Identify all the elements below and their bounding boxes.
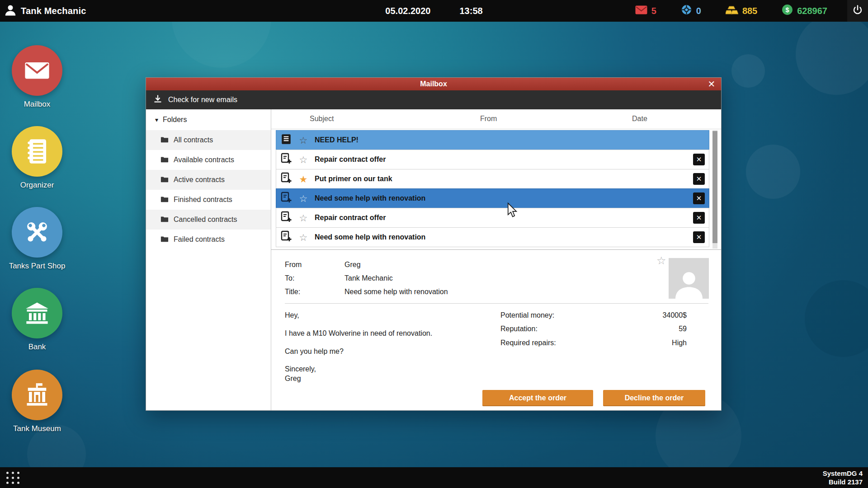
desktop-icon-bank[interactable]: Bank <box>7 288 67 352</box>
desktop-icon-label: Tank Museum <box>13 424 61 433</box>
email-row[interactable]: ☆ Repair contract offer ✕ <box>276 208 709 228</box>
folder-label: Available contracts <box>174 156 234 164</box>
folder-item-failed-contracts[interactable]: Failed contracts <box>146 230 271 249</box>
bank-building-icon <box>12 288 62 338</box>
user-profile-button[interactable] <box>0 0 21 22</box>
contract-icon <box>280 192 292 205</box>
from-label: From <box>285 261 302 269</box>
contract-icon <box>280 153 292 166</box>
folder-item-active-contracts[interactable]: Active contracts <box>146 170 271 190</box>
folder-item-finished-contracts[interactable]: Finished contracts <box>146 190 271 210</box>
background-bokeh <box>805 280 868 357</box>
mailbox-toolbar: Check for new emails <box>146 90 721 109</box>
delete-email-button[interactable]: ✕ <box>693 212 705 224</box>
folder-label: Active contracts <box>174 176 225 184</box>
window-titlebar[interactable]: Mailbox ✕ <box>146 78 721 90</box>
mail-counter: 5 <box>635 5 656 17</box>
email-row[interactable]: ★ Put primer on our tank ✕ <box>276 169 709 189</box>
folder-item-cancelled-contracts[interactable]: Cancelled contracts <box>146 210 271 230</box>
mail-icon <box>635 5 647 17</box>
folder-icon <box>160 216 169 224</box>
email-row-selected[interactable]: ☆ Need some help with renovation ✕ <box>276 188 709 208</box>
gold-amount: 885 <box>742 6 757 16</box>
status-counters: 5 0 885 $ 628967 <box>635 4 868 18</box>
mail-count: 5 <box>651 6 656 16</box>
desktop: Tank Mechanic 05.02.2020 13:58 5 0 <box>0 0 868 488</box>
email-row[interactable]: ☆ Repair contract offer ✕ <box>276 150 709 169</box>
folders-list: All contracts Available contracts Active… <box>146 130 271 249</box>
folders-header[interactable]: ▾ Folders <box>146 109 271 130</box>
gear-icon <box>681 4 692 18</box>
check-emails-label: Check for new emails <box>168 96 237 104</box>
desktop-icon-tanks-part-shop[interactable]: Tanks Part Shop <box>7 207 67 271</box>
to-label: To: <box>285 274 294 282</box>
delete-email-button[interactable]: ✕ <box>693 173 705 185</box>
taskbar: SystemDG 4 Build 2137 <box>0 467 868 488</box>
desktop-icon-tank-museum[interactable]: Tank Museum <box>7 370 67 433</box>
scrollbar-thumb[interactable] <box>712 131 717 243</box>
from-value: Greg <box>344 261 361 269</box>
to-value: Tank Mechanic <box>344 274 393 282</box>
delete-icon: ✕ <box>696 175 702 183</box>
window-close-button[interactable]: ✕ <box>705 78 718 90</box>
check-emails-button[interactable]: Check for new emails <box>153 94 237 105</box>
folder-item-all-contracts[interactable]: All contracts <box>146 130 271 150</box>
museum-building-icon <box>12 370 62 420</box>
system-version: SystemDG 4 <box>823 469 863 478</box>
money-amount: 628967 <box>797 6 827 16</box>
desktop-icon-mailbox[interactable]: Mailbox <box>7 45 67 109</box>
desktop-icon-label: Tanks Part Shop <box>9 262 66 271</box>
delete-email-button[interactable]: ✕ <box>693 231 705 243</box>
star-button[interactable]: ☆ <box>298 213 309 223</box>
delete-email-button[interactable]: ✕ <box>693 192 705 204</box>
accept-order-button[interactable]: Accept the order <box>482 390 593 406</box>
delete-email-button[interactable]: ✕ <box>693 154 705 165</box>
decline-order-button[interactable]: Decline the order <box>603 390 705 406</box>
star-button[interactable]: ☆ <box>298 233 309 242</box>
delete-icon: ✕ <box>696 214 702 222</box>
email-subject: Put primer on our tank <box>315 175 392 183</box>
reputation-value: 59 <box>679 325 687 333</box>
email-list-header: Subject From Date <box>271 109 721 129</box>
folder-label: All contracts <box>174 136 213 144</box>
folder-icon <box>160 235 169 244</box>
app-menu-button[interactable] <box>6 472 20 484</box>
contract-icon <box>280 230 292 244</box>
chevron-down-icon: ▾ <box>155 116 158 123</box>
background-bokeh <box>796 14 868 95</box>
folder-item-available-contracts[interactable]: Available contracts <box>146 150 271 170</box>
system-build: Build 2137 <box>823 478 863 487</box>
folders-header-label: Folders <box>163 116 187 124</box>
system-info: SystemDG 4 Build 2137 <box>823 469 868 487</box>
email-row[interactable]: ☆ NEED HELP! <box>276 130 709 150</box>
email-list-scrollbar[interactable] <box>712 130 717 249</box>
star-button[interactable]: ☆ <box>298 155 309 164</box>
column-date: Date <box>632 115 647 123</box>
delete-icon: ✕ <box>696 194 702 202</box>
star-button[interactable]: ☆ <box>298 194 309 203</box>
gold-counter: 885 <box>726 5 757 17</box>
favorite-star-button[interactable]: ☆ <box>656 255 666 266</box>
email-row[interactable]: ☆ Need some help with renovation ✕ <box>276 227 709 247</box>
power-button[interactable] <box>847 0 868 22</box>
folders-panel: ▾ Folders All contracts Available contra… <box>146 109 271 410</box>
gold-ingots-icon <box>726 5 738 17</box>
folder-icon <box>160 156 169 164</box>
app-title: Tank Mechanic <box>21 6 86 16</box>
email-list: ☆ NEED HELP! ☆ Repair contract offer ✕ ★… <box>271 129 721 249</box>
email-body-line: Can you help me? <box>285 347 344 356</box>
repairs-count: 0 <box>696 6 701 16</box>
email-body-line: Greg <box>285 375 301 383</box>
folder-icon <box>160 196 169 204</box>
email-subject: Repair contract offer <box>315 155 386 164</box>
email-subject: Need some help with renovation <box>315 194 425 202</box>
power-icon <box>852 5 863 17</box>
star-button[interactable]: ☆ <box>298 136 309 145</box>
email-body-line: Sincerely, <box>285 365 316 373</box>
folder-label: Finished contracts <box>174 196 232 204</box>
potential-money-label: Potential money: <box>500 311 554 319</box>
background-bokeh <box>731 54 765 88</box>
star-button[interactable]: ★ <box>298 174 309 184</box>
email-body-line: I have a M10 Wolverine in need of renova… <box>285 329 432 338</box>
desktop-icon-organizer[interactable]: Organizer <box>7 126 67 190</box>
